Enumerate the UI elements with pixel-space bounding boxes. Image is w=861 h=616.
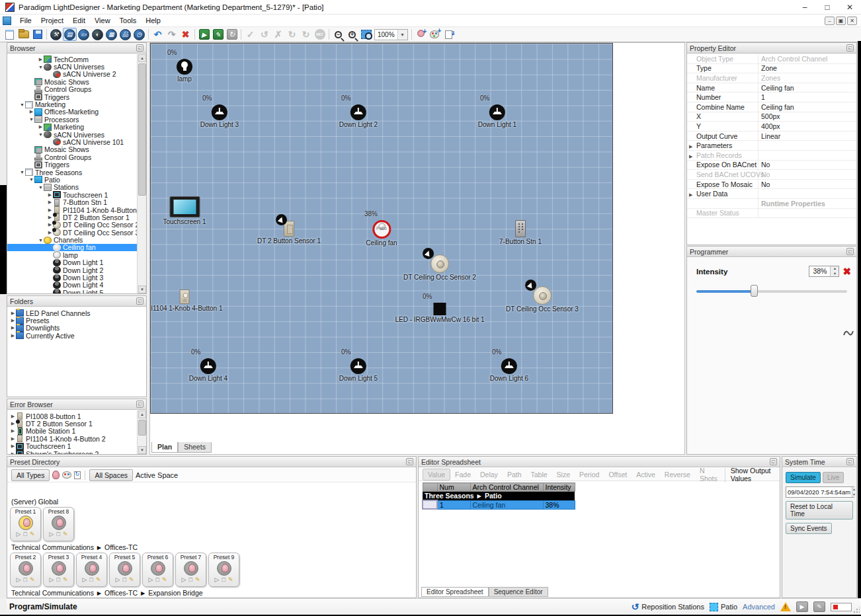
property-row-send-bacnet-ucovs[interactable]: Send BACnet UCOVsNo <box>687 170 856 180</box>
browser-item-control-groups[interactable]: Control Groups <box>7 86 146 93</box>
expand-arrow-icon[interactable]: ▼ <box>19 170 25 174</box>
save-button[interactable] <box>30 28 44 41</box>
preset-card-preset-4[interactable]: Preset 4▷□✎ <box>76 553 107 587</box>
open-project-button[interactable] <box>17 28 30 41</box>
show-output-values-toggle[interactable]: Show Output Values <box>725 468 776 482</box>
add-palette-button[interactable] <box>428 28 442 41</box>
device-down-light-4[interactable]: 0%Down Light 4 <box>189 358 227 382</box>
spreadsheet-tool-fade[interactable]: Fade <box>450 469 475 480</box>
column-header-intensity[interactable]: Intensity <box>543 483 575 492</box>
intensity-up-icon[interactable]: ▲ <box>831 266 839 272</box>
preset-stop-icon[interactable]: □ <box>56 531 60 537</box>
expand-arrow-icon[interactable]: ▶ <box>47 200 53 205</box>
browser-item-sacn-universe-101[interactable]: sACN Universe 101 <box>7 138 146 145</box>
spreadsheet-tool-table[interactable]: Table <box>526 469 552 480</box>
browser-item-mosaic-shows[interactable]: Mosaic Shows <box>7 78 146 85</box>
preset-card-preset-7[interactable]: Preset 7▷□✎ <box>175 553 206 587</box>
expand-arrow-icon[interactable]: ▶ <box>10 421 16 426</box>
preset-play-icon[interactable]: ▷ <box>17 576 21 583</box>
expand-arrow-icon[interactable]: ▼ <box>38 132 44 137</box>
expand-arrow-icon[interactable]: ▶ <box>10 451 16 454</box>
expand-arrow-icon[interactable]: ▶ <box>10 436 16 442</box>
browser-item-techcomm[interactable]: ▶TechComm <box>7 56 146 63</box>
sequence-type-filter-icon[interactable] <box>74 471 81 479</box>
preset-edit-icon[interactable]: ✎ <box>63 576 68 583</box>
property-row-patch-records[interactable]: Patch Records▶ <box>687 151 856 161</box>
property-row-user-data[interactable]: User Data▶ <box>687 189 856 199</box>
intensity-spinner[interactable]: 38% ▲▼ <box>809 266 839 277</box>
expand-arrow-icon[interactable]: ▶ <box>10 414 16 419</box>
device-dt-2-button-sensor-1[interactable]: DT 2 Button Sensor 1 <box>257 221 321 245</box>
browser-item-offices-marketing[interactable]: ▶Offices-Marketing <box>7 108 146 116</box>
spreadsheet-button[interactable] <box>104 28 118 41</box>
spreadsheet-tool-value[interactable]: Value <box>423 469 450 481</box>
property-row-expose-to-mosaic[interactable]: Expose To MosaicNo <box>687 180 856 190</box>
browser-item-pi1104-1-knob-4-button-1[interactable]: ▶PI1104 1-Knob 4-Button 1 <box>7 206 146 213</box>
folders-item-led-panel-channels[interactable]: ▶LED Panel Channels <box>7 309 146 317</box>
zoom-dropdown-arrow-icon[interactable]: ▼ <box>397 30 407 40</box>
spreadsheet-tool-size[interactable]: Size <box>552 469 575 480</box>
browser-item-dt-ceiling-occ-sensor-3[interactable]: ▶DT Ceiling Occ Sensor 3 <box>7 229 146 236</box>
resize-grip[interactable] <box>853 607 860 613</box>
property-value[interactable]: No <box>758 161 856 170</box>
num-cell[interactable]: 1 <box>437 500 470 509</box>
column-header-select[interactable] <box>423 483 437 492</box>
device-down-light-2[interactable]: 0%Down Light 2 <box>339 104 378 128</box>
browser-item-three-seasons[interactable]: ▼Three Seasons <box>7 169 146 176</box>
error-browser-scrollbar[interactable]: ▲▼ <box>137 410 146 454</box>
accept-button[interactable]: ✓ <box>243 28 257 41</box>
expand-arrow-icon[interactable]: ▶ <box>10 333 16 338</box>
browser-item-touchscreen-1[interactable]: ▶Touchscreen 1 <box>7 191 146 198</box>
preset-play-icon[interactable]: ▷ <box>50 576 54 583</box>
slider-thumb[interactable] <box>751 285 758 297</box>
spreadsheet-tool-offset[interactable]: Offset <box>604 469 632 480</box>
property-row-object-type[interactable]: Object TypeArch Control Channel <box>687 54 856 64</box>
device-dt-ceiling-occ-sensor-3[interactable]: DT Ceiling Occ Sensor 3 <box>506 286 579 313</box>
spreadsheet-tool-active[interactable]: Active <box>632 469 660 480</box>
browser-item-down-light-3[interactable]: Down Light 3 <box>7 274 146 281</box>
current-space-indicator[interactable]: Patio <box>710 603 737 611</box>
advanced-link[interactable]: Advanced <box>743 603 775 611</box>
browser-item-down-light-2[interactable]: Down Light 2 <box>7 266 146 274</box>
preset-stop-icon[interactable]: □ <box>222 576 225 583</box>
maximize-button[interactable]: □ <box>816 0 839 15</box>
play-status-button[interactable]: ▶ <box>796 601 808 612</box>
mdi-close-button[interactable]: ✕ <box>847 17 857 25</box>
property-value[interactable]: Zone <box>758 64 856 73</box>
browser-item-sacn-universe-2[interactable]: sACN Universe 2 <box>7 71 146 78</box>
preset-stop-icon[interactable]: □ <box>122 576 126 583</box>
property-row-type[interactable]: TypeZone <box>687 64 856 74</box>
browser-item-ceiling-fan[interactable]: Ceiling fan <box>7 244 146 251</box>
spreadsheet-tool-reverse[interactable]: Reverse <box>660 469 695 480</box>
intensity-slider[interactable] <box>696 285 847 297</box>
browser-item-patio[interactable]: ▼Patio <box>7 176 146 183</box>
device-7-button-stn-1[interactable]: 7-Button Stn 1 <box>499 220 542 245</box>
preset-play-icon[interactable]: ▷ <box>50 531 54 537</box>
spreadsheet-tool-path[interactable]: Path <box>503 469 526 480</box>
error-item-mobile-station-1[interactable]: ▶Mobile Station 1 <box>7 428 146 435</box>
expand-arrow-icon[interactable]: ▶ <box>47 215 53 220</box>
undo-button[interactable]: ↶ <box>151 28 165 41</box>
curve-icon[interactable] <box>843 328 854 338</box>
preset-edit-icon[interactable]: ✎ <box>96 576 101 583</box>
property-value[interactable]: Runtime Properties <box>758 199 856 208</box>
expand-arrow-icon[interactable]: ▼ <box>19 102 25 107</box>
preset-card-preset-8[interactable]: Preset 8▷□✎ <box>43 507 74 541</box>
device-down-light-3[interactable]: 0%Down Light 3 <box>200 104 239 128</box>
property-row-expose-on-bacnet[interactable]: Expose On BACnetNo <box>687 161 856 171</box>
folders-item-downlights[interactable]: ▶Downlights <box>7 325 146 332</box>
error-item-dt-2-button-sensor-1[interactable]: ▶DT 2 Button Sensor 1 <box>7 420 146 427</box>
preset-card-preset-3[interactable]: Preset 3▷□✎ <box>43 553 74 587</box>
delete-button[interactable]: ✖ <box>179 28 192 41</box>
mdi-child-icon[interactable] <box>3 17 11 25</box>
run-button[interactable]: ▶ <box>197 28 211 41</box>
expand-arrow-icon[interactable]: ▼ <box>28 177 34 182</box>
preset-stop-icon[interactable]: □ <box>89 576 93 583</box>
property-value[interactable]: 500px <box>758 112 856 122</box>
tab-editor-spreadsheet[interactable]: Editor Spreadsheet <box>421 587 489 597</box>
expand-arrow-icon[interactable]: ▶ <box>10 311 16 316</box>
preset-card-preset-6[interactable]: Preset 6▷□✎ <box>142 553 173 587</box>
live-button[interactable]: Live <box>823 472 844 483</box>
browser-item-channels[interactable]: ▼Channels <box>7 236 146 243</box>
tab-sheets[interactable]: Sheets <box>178 442 212 453</box>
